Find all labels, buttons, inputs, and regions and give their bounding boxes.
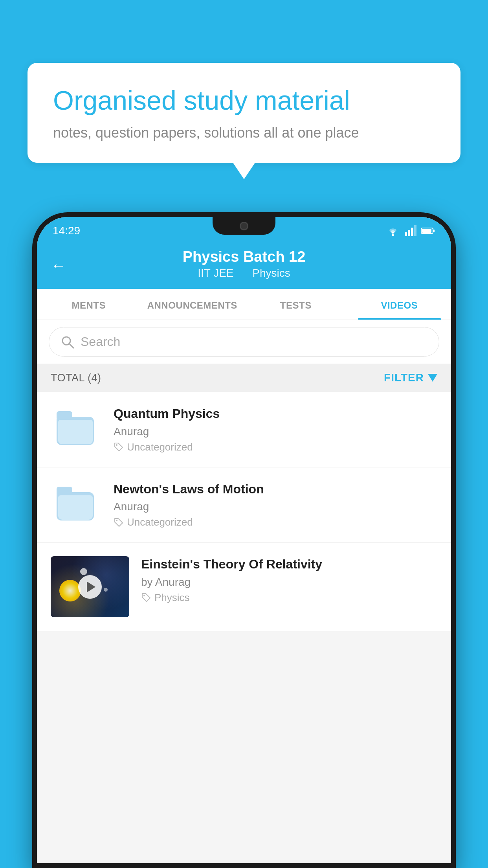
list-item[interactable]: Quantum Physics Anurag Uncategorized [37,392,451,467]
phone-inner: 14:29 [37,217,451,863]
tab-tests[interactable]: TESTS [244,289,348,320]
svg-rect-6 [433,230,435,232]
tab-videos[interactable]: VIDEOS [348,289,451,320]
filter-bar: TOTAL (4) FILTER [37,364,451,392]
svg-point-10 [116,444,117,446]
folder-front [58,420,93,444]
svg-line-9 [70,344,73,348]
tag-icon [114,442,124,452]
signal-icon [405,225,416,236]
search-input-wrap[interactable]: Search [49,327,439,357]
tab-announcements[interactable]: ANNOUNCEMENTS [141,289,244,320]
subtitle-physics: Physics [252,267,290,279]
status-time: 14:29 [53,224,80,237]
tabs-bar: MENTS ANNOUNCEMENTS TESTS VIDEOS [37,289,451,320]
folder-icon [57,410,96,445]
svg-point-12 [143,595,145,596]
play-triangle-icon [87,581,95,592]
search-icon [61,335,74,349]
svg-rect-2 [408,230,410,236]
play-button[interactable] [78,575,102,599]
app-header: ← Physics Batch 12 IIT JEE Physics [37,241,451,289]
phone-frame: 14:29 [32,212,456,868]
svg-point-0 [392,234,394,236]
total-label: TOTAL (4) [51,372,101,384]
video-info: Quantum Physics Anurag Uncategorized [114,406,437,453]
folder-front [58,495,93,520]
svg-rect-4 [414,225,416,236]
filter-icon [428,374,437,382]
svg-rect-1 [405,232,407,236]
video-tag: Uncategorized [114,516,437,528]
search-placeholder: Search [81,335,120,349]
video-thumbnail [51,406,102,449]
video-thumbnail [51,481,102,524]
video-title: Newton's Laws of Motion [114,481,437,498]
tag-icon [114,517,124,528]
wifi-icon [386,225,400,236]
speech-bubble-container: Organised study material notes, question… [28,63,460,163]
video-info: Einstein's Theory Of Relativity by Anura… [141,556,437,604]
celestial-object [59,580,81,601]
speech-bubble-subtext: notes, question papers, solutions all at… [53,125,435,141]
video-tag: Physics [141,592,437,604]
video-author: Anurag [114,425,437,438]
folder-icon [57,485,96,520]
subtitle-iit: IIT JEE [198,267,233,279]
app-subtitle: IIT JEE Physics [53,267,435,280]
battery-icon [421,227,435,235]
video-title: Einstein's Theory Of Relativity [141,556,437,573]
svg-point-11 [116,520,117,521]
speech-bubble: Organised study material notes, question… [28,63,460,163]
status-icons [386,225,435,236]
list-item[interactable]: Newton's Laws of Motion Anurag Uncategor… [37,467,451,543]
app-title: Physics Batch 12 [53,248,435,265]
front-camera [240,222,248,230]
video-author: by Anurag [141,576,437,588]
video-tag: Uncategorized [114,441,437,453]
video-title: Quantum Physics [114,406,437,422]
phone-notch [213,217,275,235]
tab-ments[interactable]: MENTS [37,289,141,320]
filter-button[interactable]: FILTER [384,371,437,384]
svg-rect-3 [411,228,413,236]
video-info: Newton's Laws of Motion Anurag Uncategor… [114,481,437,529]
video-list: Quantum Physics Anurag Uncategorized [37,392,451,631]
list-item[interactable]: Einstein's Theory Of Relativity by Anura… [37,542,451,631]
back-button[interactable]: ← [51,256,66,274]
speech-bubble-heading: Organised study material [53,85,435,117]
video-author: Anurag [114,500,437,513]
tag-icon [141,592,151,603]
video-thumbnail-image [51,556,129,617]
svg-rect-7 [422,229,431,233]
search-bar: Search [37,320,451,364]
